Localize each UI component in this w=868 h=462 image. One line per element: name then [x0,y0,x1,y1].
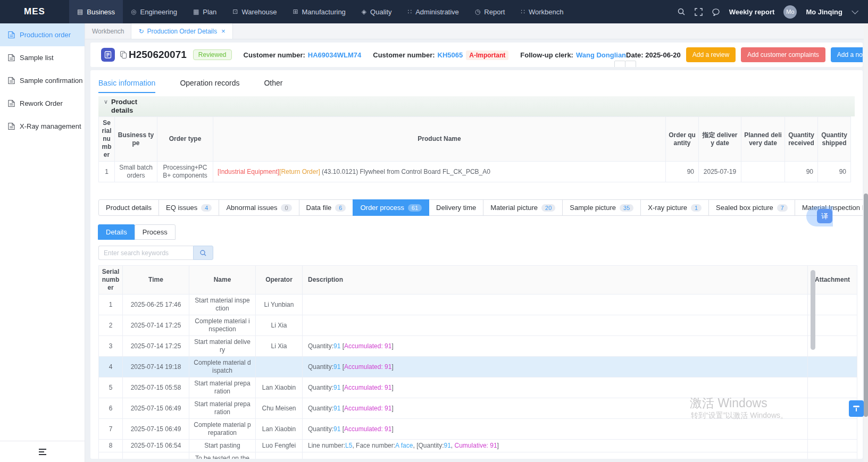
clipped-pagination[interactable] [615,61,636,67]
page-scrollbar-thumb[interactable] [864,194,868,417]
table-row[interactable]: 12025-06-25 17:46Start material inspecti… [99,295,857,315]
table-row[interactable]: 82025-07-15 06:54Start pastingLuo Fengfe… [99,440,857,452]
customer-number-value[interactable]: HA69034WLM74 [308,51,361,59]
cell-name: Complete material preparation [189,419,256,440]
tab-process[interactable]: Process [135,224,176,240]
table-row[interactable]: 42025-07-14 19:18Complete material dispa… [99,357,857,377]
tab-label: Data file [306,204,332,212]
records-table: Serial numberTimeNameOperatorDescription… [98,265,857,459]
tab-sealed-box-picture[interactable]: Sealed box picture7 [708,199,795,216]
table-row[interactable]: 22025-07-14 17:25Complete material inspe… [99,315,857,336]
tab-abnormal-issues[interactable]: Abnormal issues0 [219,199,299,216]
avatar[interactable]: Mo [783,5,797,19]
column-header: Name [189,266,256,295]
sidebar-item-sample-confirmation-list[interactable]: Sample confirmation list [0,69,85,92]
table-row[interactable]: 72025-07-15 06:49Complete material prepa… [99,419,857,440]
cell-name: Start pasting [189,440,256,452]
sidebar-item-rework-order[interactable]: Rework Order [0,92,85,115]
content-tabs: Basic informationOperation recordsOther [98,74,855,93]
add-review-button[interactable]: Add a review [686,47,736,62]
text-segment: Quantity: [308,342,333,350]
refresh-icon[interactable]: ↻ [138,28,144,35]
cell-name: Complete material inspection [189,315,256,336]
tab-material-picture[interactable]: Material picture20 [483,199,563,216]
cell-description: Line number:L5, Face number:A face, [Qua… [303,440,808,452]
clerk-value[interactable]: Wang Donglian [576,51,626,59]
add-customer-complaints-button[interactable]: Add customer complaints [741,47,825,62]
cell-serial: 1 [99,295,123,315]
search-input[interactable] [98,246,193,260]
order-number: H250620071 [129,49,187,61]
customer-number-value[interactable]: KH5065 [438,51,463,59]
table-row[interactable]: 32025-07-14 17:25Start material delivery… [99,336,857,357]
text-segment: L5 [368,459,375,459]
cell-attachment [808,377,857,398]
column-header: Description [303,266,808,295]
search-button[interactable] [193,246,213,260]
tab-basic-information[interactable]: Basic information [98,79,155,93]
sidebar-item-production-order[interactable]: Production order [0,23,85,46]
records-head-row: Serial numberTimeNameOperatorDescription… [99,266,857,295]
tab-label: Delivery time [436,204,476,212]
activate-windows-watermark: 激活 Windows [690,395,767,411]
nav-item-engineering[interactable]: ◎Engineering [123,0,185,23]
translate-button[interactable]: 译 [817,209,832,223]
text-segment: 91 [333,405,340,412]
tab-label: Product details [106,204,152,212]
nav-item-report[interactable]: ◷Report [467,0,513,23]
table-row[interactable]: 92025-07-15 07:46To be tested on the fir… [99,452,857,459]
text-segment: Accumulated: 91 [344,363,391,371]
cell-name: Start material preparation [189,377,256,398]
product-row[interactable]: 1Small batch ordersProcessing+PCB+ compo… [99,162,851,182]
search-icon[interactable] [677,7,686,16]
text-segment: Quantity: [308,405,333,412]
tab-delivery-time[interactable]: Delivery time [429,199,483,216]
tab-other[interactable]: Other [264,79,282,93]
close-icon[interactable]: × [221,27,226,35]
add-note-button[interactable]: Add a note [831,47,863,62]
copy-icon[interactable] [120,51,127,58]
fullscreen-icon[interactable] [695,8,703,16]
tab-sample-picture[interactable]: Sample picture35 [562,199,641,216]
tab-data-file[interactable]: Data file6 [299,199,354,216]
nav-item-plan[interactable]: ▦Plan [185,0,224,23]
message-icon[interactable] [712,8,720,16]
cell-time: 2025-07-14 19:18 [123,357,189,377]
nav-item-manufacturing[interactable]: ⊞Manufacturing [285,0,353,23]
nav-item-quality[interactable]: ◈Quality [354,0,400,23]
cell-business-type: Small batch orders [115,162,157,182]
nav-item-warehouse[interactable]: ⊡Warehouse [224,0,285,23]
cell-time: 2025-07-15 05:58 [123,377,189,398]
tab-eq-issues[interactable]: EQ issues4 [158,199,219,216]
pin-icon [853,405,860,413]
nav-item-business[interactable]: ▤Business [69,0,123,23]
chevron-down-icon[interactable] [852,7,858,14]
sidebar-item-x-ray-management[interactable]: X-Ray management [0,115,85,138]
topnav-right: Weekly report Mo Mo Jinqing [677,0,868,23]
tab-operation-records[interactable]: Operation records [180,79,239,93]
product-details-section-header[interactable]: ∨ Product details [98,96,855,116]
tab-order-process[interactable]: Order process61 [353,199,429,216]
nav-item-administrative[interactable]: ∷Administrative [400,0,467,23]
tab-workbench[interactable]: Workbench [85,23,131,39]
tab-details[interactable]: Details [98,224,135,240]
table-scrollbar-thumb[interactable] [811,270,815,350]
tab-production-order-details[interactable]: ↻Production Order Details× [131,23,232,39]
text-segment: 91 [333,342,340,350]
text-segment: Accumulated: 91 [344,342,391,350]
tab-x-ray-picture[interactable]: X-ray picture1 [640,199,709,216]
page-scrollbar[interactable] [864,23,868,462]
cell-operator: Luo Fengfei [256,440,303,452]
tab-label: Sample picture [570,204,616,212]
weekly-report-link[interactable]: Weekly report [729,8,775,16]
product-head-row: Serial numberBusiness typeOrder typeProd… [99,117,851,162]
cell-serial: 6 [99,398,123,419]
sidebar-collapse-button[interactable] [0,441,85,462]
nav-item-workbench[interactable]: ∷Workbench [513,0,571,23]
field-label: Follow-up clerk: [520,51,573,59]
sidebar-item-sample-list[interactable]: Sample list [0,46,85,69]
cell-time: 2025-07-15 07:46 [123,452,189,459]
nav-item-label: Warehouse [241,8,277,16]
pin-button[interactable] [849,400,864,417]
tab-product-details[interactable]: Product details [98,199,159,216]
